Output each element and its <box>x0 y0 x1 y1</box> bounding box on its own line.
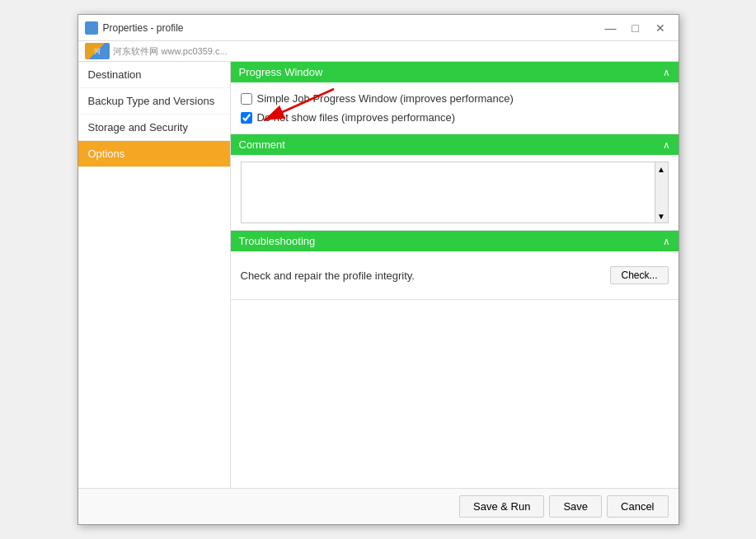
save-run-button[interactable]: Save & Run <box>459 495 544 518</box>
progress-window-chevron[interactable]: ∧ <box>663 67 670 78</box>
right-panel: Progress Window ∧ Simple Job Progress Wi… <box>231 62 679 488</box>
progress-window-header: Progress Window ∧ <box>231 62 679 82</box>
do-not-show-label: Do not show files (improves performance) <box>257 111 456 124</box>
main-content: Destination Backup Type and Versions Sto… <box>78 62 679 488</box>
troubleshooting-header: Troubleshooting ∧ <box>231 231 679 251</box>
app-icon <box>85 21 98 35</box>
save-button[interactable]: Save <box>549 495 602 518</box>
simple-progress-checkbox[interactable] <box>241 93 252 105</box>
watermark-url: www.pc0359.c... <box>162 46 228 56</box>
watermark-bar: 河 河东软件网 www.pc0359.c... <box>78 41 679 62</box>
window-title: Properties - profile <box>103 22 184 34</box>
sidebar-item-options[interactable]: Options <box>78 141 230 167</box>
sidebar: Destination Backup Type and Versions Sto… <box>78 62 231 488</box>
troubleshoot-row: Check and repair the profile integrity. … <box>241 258 669 293</box>
sidebar-item-storage-security[interactable]: Storage and Security <box>78 115 230 141</box>
scroll-up-btn[interactable]: ▲ <box>655 162 668 176</box>
watermark-logo: 河 <box>85 43 110 59</box>
comment-chevron[interactable]: ∧ <box>663 139 670 151</box>
troubleshoot-description: Check and repair the profile integrity. <box>241 270 415 282</box>
footer: Save & Run Save Cancel <box>78 488 679 524</box>
comment-scroll-wrapper: ▲ ▼ <box>241 162 669 223</box>
progress-window-body: Simple Job Progress Window (improves per… <box>231 82 679 134</box>
comment-scrollbar: ▲ ▼ <box>655 162 668 223</box>
check-button[interactable]: Check... <box>610 266 668 284</box>
troubleshooting-body: Check and repair the profile integrity. … <box>231 251 679 300</box>
title-bar: Properties - profile — □ ✕ <box>78 15 679 41</box>
close-button[interactable]: ✕ <box>649 19 672 37</box>
maximize-button[interactable]: □ <box>624 19 647 37</box>
scroll-down-btn[interactable]: ▼ <box>655 209 668 223</box>
window-controls: — □ ✕ <box>599 19 672 37</box>
cancel-button[interactable]: Cancel <box>607 495 668 518</box>
comment-textarea[interactable] <box>242 162 668 220</box>
empty-space <box>231 300 679 488</box>
checkbox-row-donotshow: Do not show files (improves performance) <box>241 108 669 127</box>
comment-body: ▲ ▼ <box>231 155 679 231</box>
watermark-text: 河东软件网 <box>113 45 158 58</box>
minimize-button[interactable]: — <box>599 19 622 37</box>
comment-header: Comment ∧ <box>231 134 679 155</box>
sidebar-item-backup-type[interactable]: Backup Type and Versions <box>78 88 230 115</box>
sidebar-item-destination[interactable]: Destination <box>78 62 230 88</box>
simple-progress-label: Simple Job Progress Window (improves per… <box>257 92 514 105</box>
checkbox-row-simple: Simple Job Progress Window (improves per… <box>241 89 669 108</box>
do-not-show-checkbox[interactable] <box>241 112 252 124</box>
troubleshooting-chevron[interactable]: ∧ <box>663 236 670 247</box>
